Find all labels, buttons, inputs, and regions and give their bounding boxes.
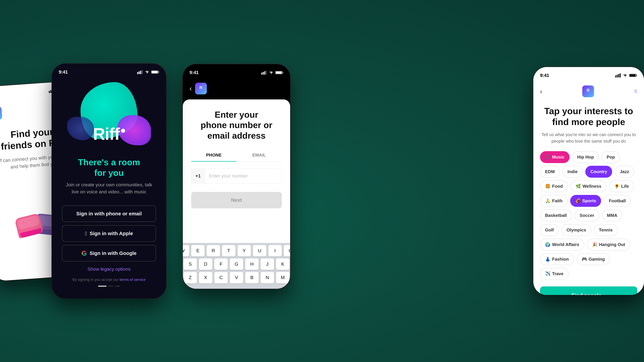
svg-rect-12 [158,71,159,72]
country-code[interactable]: +1 [191,169,205,183]
key-y[interactable]: Y [238,245,251,256]
phone3-body: Enter yourphone number oremail address P… [183,99,290,243]
key-x[interactable]: X [199,272,212,283]
riff-wordmark: Riff [93,124,125,144]
riff-logo-icon4: R [585,88,592,95]
blob-blue [67,117,94,140]
svg-rect-28 [636,75,637,76]
terms-link[interactable]: terms of service [120,278,146,282]
battery-icon3 [276,70,284,75]
tag-life[interactable]: 🌻 Life [609,180,634,192]
splash-hero: Riff [62,80,156,150]
tag-football[interactable]: Football [604,195,631,207]
progress-seg-3 [115,286,120,287]
riff-dot [121,129,125,133]
key-i[interactable]: I [268,245,282,256]
key-w[interactable]: W [183,245,189,256]
tag-faith-emoji: 🙏 [545,198,550,203]
key-m[interactable]: M [276,272,290,283]
tab-email[interactable]: EMAIL [236,149,282,162]
sign-in-apple-button[interactable]:  Sign in with Apple [62,225,156,242]
phone3-content: ‹ R Enter yourphone number oremail addre… [183,78,290,289]
tab-phone[interactable]: PHONE [191,149,236,162]
google-icon [82,251,87,256]
riff-logo-icon: R [198,85,204,92]
tag-sports[interactable]: 🏈 Sports [570,195,601,207]
key-z[interactable]: Z [184,272,197,283]
tag-food-label: Food [552,184,563,189]
key-e[interactable]: E [191,245,204,256]
tag-hangout-emoji: 🎉 [592,242,598,247]
phone4-skip[interactable]: S [634,89,637,94]
tag-music[interactable]: 🎵 Music [540,151,570,163]
tag-life-emoji: 🌻 [614,184,620,189]
tag-indie[interactable]: Indie [562,166,583,178]
terms-prefix: By signing in you accept our [72,278,120,282]
key-s[interactable]: S [184,258,197,270]
svg-rect-24 [617,75,618,77]
phone4-status-bar: 9:41 [533,67,644,80]
tag-country[interactable]: Country [585,166,612,178]
key-j[interactable]: J [260,258,274,270]
tag-soccer[interactable]: Soccer [574,210,599,221]
tag-fashion[interactable]: 👗 Fashion [540,253,574,265]
tag-football-label: Football [609,198,626,203]
tag-gaming[interactable]: 🎮 Gaming [576,253,610,265]
svg-rect-0 [49,91,50,93]
svg-rect-7 [137,72,138,74]
key-c[interactable]: C [214,272,228,283]
tag-mma-label: MMA [607,213,617,218]
phone4-back-button[interactable]: ‹ [540,88,542,95]
battery-icon4 [629,73,637,77]
tag-tennis-label: Tennis [599,227,613,233]
tag-mma[interactable]: MMA [602,210,622,221]
key-n[interactable]: N [260,272,274,283]
key-k[interactable]: K [276,258,290,270]
key-v[interactable]: V [230,272,243,283]
tag-jazz[interactable]: Jazz [615,166,634,178]
phone3-time: 9:41 [190,70,198,75]
next-button[interactable]: Next [191,192,282,208]
sign-in-google-button[interactable]: Sign in with Google [62,245,156,261]
sign-in-phone-email-button[interactable]: Sign in with phone or email [62,205,156,222]
tag-hiphop[interactable]: Hip Hop [572,151,599,163]
find-people-button[interactable]: Find people › [540,286,637,295]
tag-golf-label: Golf [545,227,554,233]
svg-rect-17 [266,70,267,75]
tag-world-affairs[interactable]: 🌍 World Affairs [540,239,584,251]
tag-edm[interactable]: EDM [540,166,560,178]
signal-icon3 [261,70,267,75]
phone-number-input[interactable]: Enter your number [205,169,282,183]
key-b[interactable]: B [245,272,258,283]
key-u[interactable]: U [253,245,266,256]
tag-pop[interactable]: Pop [602,151,620,163]
tag-olympics[interactable]: Olympics [562,224,591,236]
tag-hanging-out[interactable]: 🎉 Hanging Out [587,239,630,251]
tag-basketball[interactable]: Basketball [540,210,572,221]
tag-wellness[interactable]: 🌿 Wellness [570,180,606,192]
tag-tennis[interactable]: Tennis [594,224,618,236]
key-d[interactable]: D [199,258,212,270]
tag-basketball-label: Basketball [545,213,567,218]
tag-edm-label: EDM [545,169,555,174]
key-h[interactable]: H [245,258,258,270]
wifi-icon3 [269,70,274,75]
tag-travel[interactable]: ✈️ Trave [540,268,568,280]
tag-faith[interactable]: 🙏 Faith [540,195,568,207]
tag-golf[interactable]: Golf [540,224,559,236]
key-o[interactable]: O [284,245,290,256]
keyboard-row-3: ⇧ Z X C V B N M ⌫ [184,272,289,283]
key-t[interactable]: T [222,245,236,256]
key-f[interactable]: F [214,258,228,270]
apple-icon:  [85,231,87,236]
back-button[interactable]: ‹ [190,85,192,92]
key-g[interactable]: G [230,258,243,270]
key-r[interactable]: R [206,245,220,256]
tag-food[interactable]: 🍔 Food [540,180,568,192]
svg-rect-26 [620,73,621,77]
splash-desc: Join or create your own communities, tal… [62,181,156,195]
phone4-header: ‹ R S [533,80,644,102]
tag-indie-label: Indie [568,169,578,174]
phone2-status-icons [137,70,159,74]
show-legacy-button[interactable]: Show legacy options [88,267,131,272]
